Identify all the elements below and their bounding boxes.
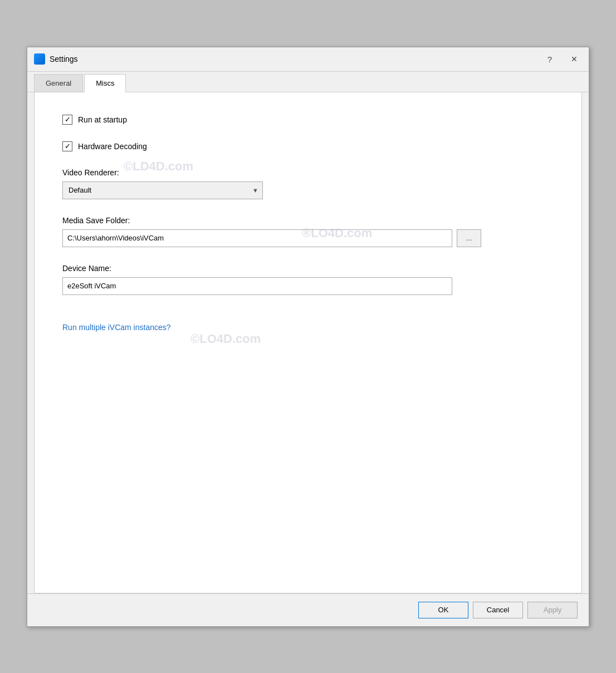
media-save-folder-field-row: ... [62, 229, 554, 247]
title-bar: Settings ? ✕ [27, 47, 589, 72]
device-name-input[interactable] [62, 277, 452, 295]
video-renderer-label: Video Renderer: [62, 168, 554, 177]
title-bar-left: Settings [34, 53, 78, 65]
watermark-3: ©LO4D.com [190, 332, 261, 346]
hardware-decoding-row: ✓ Hardware Decoding [62, 141, 554, 151]
bottom-bar: OK Cancel Apply [27, 593, 589, 626]
checkbox-check-icon: ✓ [65, 116, 71, 123]
video-renderer-select-wrapper: Default DirectShow OpenGL ▼ [62, 181, 263, 199]
help-button[interactable]: ? [542, 51, 558, 67]
ok-button[interactable]: OK [418, 602, 468, 618]
media-save-folder-label: Media Save Folder: [62, 216, 554, 225]
content-area: ©LD4D.com ®LO4D.com ©LO4D.com ✓ Run at s… [34, 92, 582, 593]
device-name-row: Device Name: [62, 264, 554, 295]
apply-button[interactable]: Apply [527, 602, 578, 618]
hardware-decoding-checkbox[interactable]: ✓ [62, 141, 72, 151]
device-name-label: Device Name: [62, 264, 554, 273]
browse-button[interactable]: ... [457, 229, 481, 247]
close-button[interactable]: ✕ [566, 51, 582, 67]
run-at-startup-row: ✓ Run at startup [62, 115, 554, 125]
window-title: Settings [50, 55, 78, 63]
run-at-startup-label[interactable]: Run at startup [78, 115, 127, 124]
settings-dialog: Settings ? ✕ General Miscs ©LD4D.com ®LO… [27, 47, 589, 627]
hardware-decoding-check-icon: ✓ [65, 143, 71, 150]
title-bar-right: ? ✕ [542, 51, 582, 67]
run-at-startup-checkbox[interactable]: ✓ [62, 115, 72, 125]
app-icon [34, 53, 45, 65]
video-renderer-row: Video Renderer: Default DirectShow OpenG… [62, 168, 554, 199]
hardware-decoding-label[interactable]: Hardware Decoding [78, 142, 147, 151]
media-save-folder-input[interactable] [62, 229, 452, 247]
tab-general[interactable]: General [34, 74, 83, 92]
multiple-instances-link[interactable]: Run multiple iVCam instances? [62, 323, 171, 332]
tab-miscs[interactable]: Miscs [84, 74, 126, 92]
media-save-folder-row: Media Save Folder: ... [62, 216, 554, 247]
video-renderer-select[interactable]: Default DirectShow OpenGL [62, 181, 263, 199]
cancel-button[interactable]: Cancel [473, 602, 523, 618]
tabs-row: General Miscs [27, 72, 589, 92]
